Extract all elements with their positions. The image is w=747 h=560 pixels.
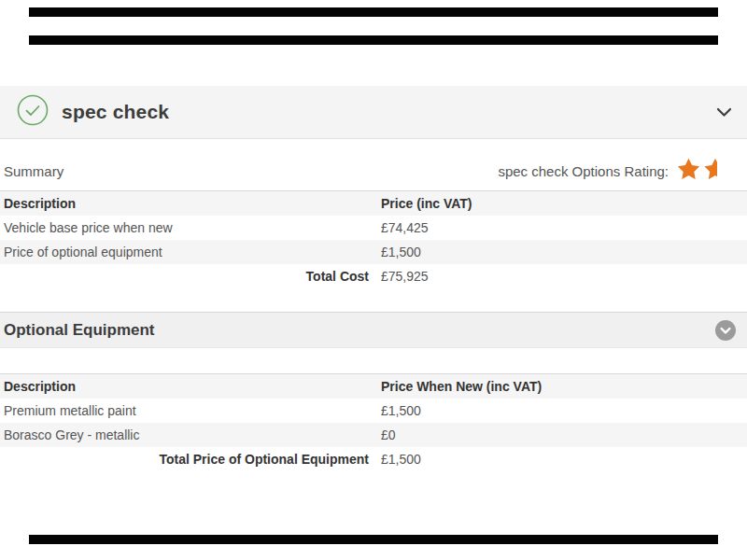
cell-price: £0 (377, 427, 747, 442)
table-row: Premium metallic paint £1,500 (0, 399, 747, 423)
summary-table: Description Price (inc VAT) Vehicle base… (0, 190, 747, 288)
summary-header-row: Summary spec check Options Rating: (4, 158, 717, 184)
table-row: Price of optional equipment £1,500 (0, 240, 747, 264)
optional-equipment-section-header[interactable]: Optional Equipment (0, 312, 747, 348)
cell-description: Price of optional equipment (0, 245, 377, 259)
table-row: Borasco Grey - metallic £0 (0, 423, 747, 447)
optional-equipment-heading: Optional Equipment (4, 321, 155, 340)
star-half-icon (704, 158, 717, 184)
chevron-down-circle-icon[interactable] (715, 320, 736, 341)
cell-price: £1,500 (377, 403, 747, 418)
page-title: spec check (62, 101, 169, 123)
column-header-description: Description (0, 196, 377, 211)
cell-description: Borasco Grey - metallic (0, 427, 377, 442)
ad-placeholder-bar-top-2 (29, 35, 718, 45)
total-value: £75,925 (377, 269, 747, 284)
column-header-price-when-new: Price When New (inc VAT) (377, 379, 747, 394)
cell-description: Premium metallic paint (0, 403, 377, 418)
optional-equipment-table-header-row: Description Price When New (inc VAT) (0, 374, 747, 399)
summary-heading: Summary (4, 163, 63, 179)
optional-equipment-total-row: Total Price of Optional Equipment £1,500 (0, 447, 747, 471)
summary-table-header-row: Description Price (inc VAT) (0, 191, 747, 216)
spec-check-page: spec check Summary spec check Options Ra… (0, 0, 747, 560)
column-header-price: Price (inc VAT) (377, 196, 747, 211)
optional-equipment-table: Description Price When New (inc VAT) Pre… (0, 373, 747, 471)
column-header-description: Description (0, 379, 377, 394)
options-rating-label: spec check Options Rating: (498, 163, 669, 179)
cell-price: £74,425 (377, 220, 747, 235)
ad-placeholder-bar-top-1 (29, 7, 718, 17)
total-value: £1,500 (377, 452, 747, 467)
total-label: Total Price of Optional Equipment (0, 452, 377, 467)
star-icon (677, 158, 700, 184)
chevron-down-icon[interactable] (716, 107, 732, 118)
cell-description: Vehicle base price when new (0, 220, 377, 235)
cell-price: £1,500 (377, 245, 747, 259)
star-rating (677, 158, 717, 184)
spec-check-accordion-header[interactable]: spec check (0, 86, 747, 139)
total-label: Total Cost (0, 269, 377, 284)
ad-placeholder-bar-bottom (29, 535, 718, 544)
circle-check-icon (17, 94, 49, 130)
summary-total-row: Total Cost £75,925 (0, 264, 747, 288)
options-rating: spec check Options Rating: (498, 158, 717, 184)
table-row: Vehicle base price when new £74,425 (0, 216, 747, 240)
